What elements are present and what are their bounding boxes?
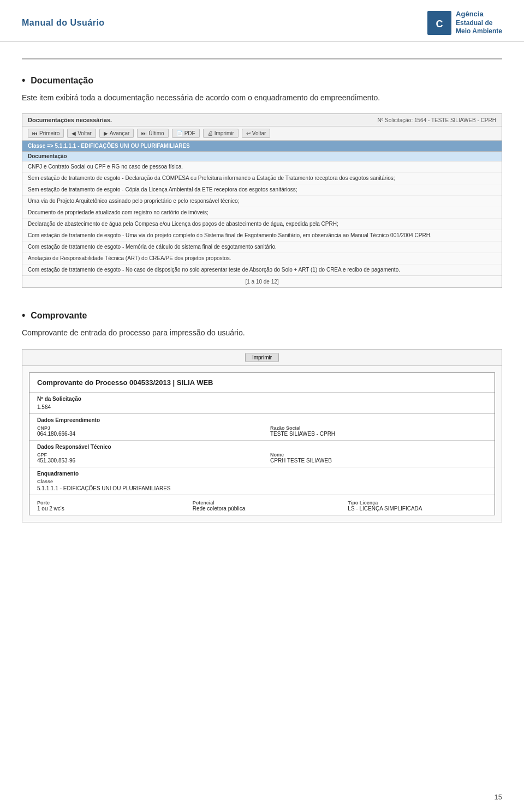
doc-item: Com estação de tratamento de esgoto - No… xyxy=(22,264,502,275)
doc-items-list: CNPJ e Contrato Social ou CPF e RG no ca… xyxy=(22,161,502,275)
doc-class-bar: Classe => 5.1.1.1.1 - EDIFICAÇÕES UNI OU… xyxy=(22,141,502,152)
comp-enquadramento-label: Enquadramento xyxy=(37,471,487,477)
nav-voltar[interactable]: ◀ Voltar xyxy=(67,129,96,138)
bullet-doc: • xyxy=(22,75,25,86)
doc-item: Com estação de tratamento de esgoto - Um… xyxy=(22,230,502,242)
doc-item: CNPJ e Contrato Social ou CPF e RG no ca… xyxy=(22,161,502,173)
header-title: Manual do Usuário xyxy=(22,18,105,28)
comp-potencial-value: Rede coletora pública xyxy=(193,506,332,512)
logo-area: C Agência Estadual de Meio Ambiente xyxy=(427,10,502,36)
doc-pagination: [1 a 10 de 12] xyxy=(22,275,502,287)
main-content: • Documentação Este item exibirá toda a … xyxy=(0,75,524,566)
comp-porte-col: Porte 1 ou 2 wc's xyxy=(37,500,176,512)
doc-item: Com estação de tratamento de esgoto - Me… xyxy=(22,242,502,253)
doc-item: Uma via do Projeto Arquitetônico assinad… xyxy=(22,196,502,207)
comp-classe-value: 5.1.1.1.1 - EDIFICAÇÕES UNI OU PLURIFAMI… xyxy=(37,485,487,491)
comp-print-button[interactable]: Imprimir xyxy=(245,353,279,362)
comp-cpf-label: CPF xyxy=(37,452,254,458)
comp-cpf-value: 451.300.853-96 xyxy=(37,458,254,464)
page-number: 15 xyxy=(495,793,502,801)
documentacao-title: Documentação xyxy=(31,76,93,86)
comp-porte-label: Porte xyxy=(37,500,176,506)
doc-section-label: Documentação xyxy=(22,152,502,161)
logo-text: Agência Estadual de Meio Ambiente xyxy=(456,10,502,36)
svg-text:C: C xyxy=(436,19,443,29)
comp-potencial-label: Potencial xyxy=(193,500,332,506)
nav-primeiro[interactable]: ⏮ Primeiro xyxy=(28,129,64,138)
doc-nav-bar: ⏮ Primeiro ◀ Voltar ▶ Avançar ⏭ Último 📄… xyxy=(22,127,502,141)
comp-razao-value: TESTE SILIAWEB - CPRH xyxy=(270,431,487,437)
cprh-logo-icon: C xyxy=(427,11,451,35)
nav-ultimo[interactable]: ⏭ Último xyxy=(137,129,168,138)
comp-nome-label: Nome xyxy=(270,452,487,458)
comp-cnpj-label: CNPJ xyxy=(37,425,254,431)
comprovante-title: Comprovante xyxy=(31,311,87,321)
comp-cnpj-value: 064.180.666-34 xyxy=(37,431,254,437)
comp-solicitacao-value: 1.564 xyxy=(37,404,487,410)
comp-porte-row: Porte 1 ou 2 wc's Potencial Rede coletor… xyxy=(37,500,487,512)
comp-resp-row: CPF 451.300.853-96 Nome CPRH TESTE SILIA… xyxy=(37,452,487,464)
doc-header-info: Nº Solicitação: 1564 - TESTE SILIAWEB - … xyxy=(377,117,496,123)
comp-solicitacao-section: Nº da Solicitação 1.564 xyxy=(29,393,495,414)
logo-line1: Agência xyxy=(456,10,502,19)
nav-pdf[interactable]: 📄 PDF xyxy=(172,129,200,138)
doc-item: Documento de propriedade atualizado com … xyxy=(22,207,502,219)
comp-tipo-licenca-col: Tipo Licença LS - LICENÇA SIMPLIFICADA xyxy=(348,500,487,512)
comp-cpf-col: CPF 451.300.853-96 xyxy=(37,452,254,464)
comp-inner-box: Comprovante do Processo 004533/2013 | SI… xyxy=(29,372,495,515)
comp-razao-col: Razão Social TESTE SILIAWEB - CPRH xyxy=(270,425,487,437)
comp-potencial-col: Potencial Rede coletora pública xyxy=(193,500,332,512)
comp-doc-title: Comprovante do Processo 004533/2013 | SI… xyxy=(29,373,495,393)
doc-item: Anotação de Responsabilidade Técnica (AR… xyxy=(22,253,502,264)
comp-dados-emp-section: Dados Empreendimento CNPJ 064.180.666-34… xyxy=(29,414,495,441)
comp-print-bar: Imprimir xyxy=(22,350,502,366)
comprovante-section-header: • Comprovante xyxy=(22,310,502,321)
doc-item: Sem estação de tratamento de esgoto - Có… xyxy=(22,184,502,196)
comp-dados-resp-label: Dados Responsável Técnico xyxy=(37,444,487,450)
comp-razao-label: Razão Social xyxy=(270,425,487,431)
doc-header-bar: Documentações necessárias. Nº Solicitaçã… xyxy=(22,114,502,127)
doc-item: Declaração de abastecimento de água pela… xyxy=(22,219,502,230)
doc-main-title: Documentações necessárias. xyxy=(28,117,112,123)
comp-nome-col: Nome CPRH TESTE SILIAWEB xyxy=(270,452,487,464)
documentacao-desc: Este item exibirá toda a documentação ne… xyxy=(22,92,502,104)
logo-line3: Meio Ambiente xyxy=(456,27,502,36)
page-header: Manual do Usuário C Agência Estadual de … xyxy=(0,0,524,42)
comp-porte-section: Porte 1 ou 2 wc's Potencial Rede coletor… xyxy=(29,495,495,515)
comprovante-desc: Comprovante de entrada do processo para … xyxy=(22,327,502,339)
comp-classe-label: Classe xyxy=(37,479,487,484)
documentacao-section-header: • Documentação xyxy=(22,75,502,86)
nav-imprimir[interactable]: 🖨 Imprimir xyxy=(203,129,239,138)
comp-tipo-licenca-label: Tipo Licença xyxy=(348,500,487,506)
nav-avancar[interactable]: ▶ Avançar xyxy=(99,129,134,138)
comp-enquadramento-section: Enquadramento Classe 5.1.1.1.1 - EDIFICA… xyxy=(29,467,495,495)
comp-dados-emp-label: Dados Empreendimento xyxy=(37,417,487,423)
comp-screenshot-box: Imprimir Comprovante do Processo 004533/… xyxy=(22,349,502,522)
comp-emp-row: CNPJ 064.180.666-34 Razão Social TESTE S… xyxy=(37,425,487,437)
doc-item: Sem estação de tratamento de esgoto - De… xyxy=(22,173,502,184)
doc-screenshot-box: Documentações necessárias. Nº Solicitaçã… xyxy=(22,113,502,288)
bullet-comp: • xyxy=(22,310,25,321)
comp-tipo-licenca-value: LS - LICENÇA SIMPLIFICADA xyxy=(348,506,487,512)
comp-dados-resp-section: Dados Responsável Técnico CPF 451.300.85… xyxy=(29,441,495,467)
comp-cnpj-col: CNPJ 064.180.666-34 xyxy=(37,425,254,437)
nav-voltar2[interactable]: ↩ Voltar xyxy=(242,129,271,138)
comp-solicitacao-label: Nº da Solicitação xyxy=(37,396,487,402)
comp-porte-value: 1 ou 2 wc's xyxy=(37,506,176,512)
header-divider xyxy=(22,58,502,59)
comp-nome-value: CPRH TESTE SILIAWEB xyxy=(270,458,487,464)
logo-line2: Estadual de xyxy=(456,19,502,28)
